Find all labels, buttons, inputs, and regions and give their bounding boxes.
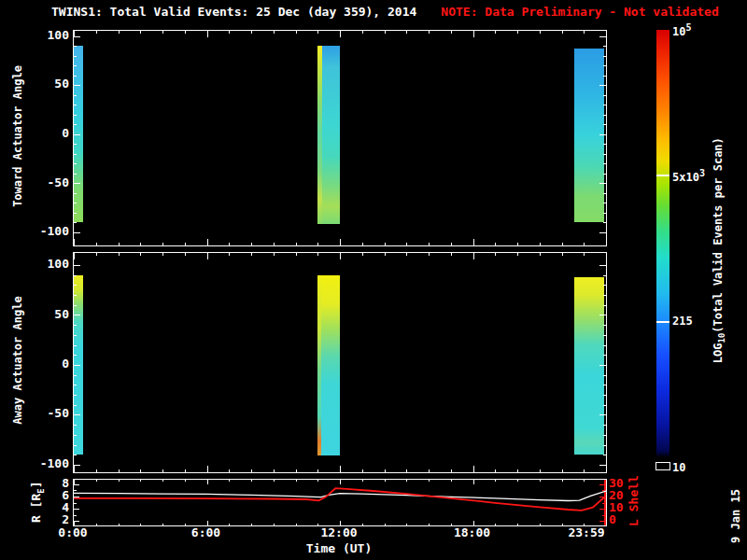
tick-mark	[74, 163, 77, 164]
tick-mark	[317, 243, 318, 245]
l-shell-tick-label: 0	[609, 513, 641, 526]
colorbar-tick-mark	[656, 175, 669, 176]
tick-mark	[274, 243, 275, 245]
tick-mark	[362, 469, 363, 472]
away-y-axis-label: Away Actuator Angle	[11, 267, 24, 454]
spectrogram-band	[317, 46, 340, 223]
colorbar	[656, 30, 669, 469]
y-tick-label: 50	[28, 308, 69, 321]
tick-mark	[603, 375, 606, 376]
tick-mark	[74, 315, 80, 315]
tick-mark	[599, 465, 606, 466]
tick-mark	[495, 469, 496, 472]
tick-mark	[562, 243, 563, 245]
tick-mark	[74, 275, 77, 276]
tick-mark	[274, 469, 275, 472]
tick-mark	[296, 243, 297, 245]
colorbar-tick-label: 105	[672, 22, 691, 38]
tick-mark	[562, 253, 563, 256]
tick-mark	[74, 144, 77, 145]
tick-mark	[451, 253, 452, 256]
tick-mark	[517, 253, 518, 256]
tick-mark	[385, 469, 386, 472]
tick-mark	[603, 115, 606, 116]
band-column	[574, 277, 604, 455]
tick-mark	[429, 243, 430, 245]
tick-mark	[74, 395, 77, 396]
tick-mark	[603, 154, 606, 155]
tick-mark	[74, 435, 77, 436]
tick-mark	[603, 345, 606, 346]
tick-mark	[429, 469, 430, 472]
tick-mark	[74, 124, 77, 125]
tick-mark	[317, 31, 318, 34]
tick-mark	[207, 253, 208, 259]
spectrogram-band	[317, 275, 340, 456]
tick-mark	[74, 355, 77, 356]
tick-mark	[296, 469, 297, 472]
orbit-line-panel	[73, 479, 607, 526]
tick-mark	[74, 36, 80, 37]
tick-mark	[229, 243, 230, 245]
tick-mark	[385, 253, 386, 256]
tick-mark	[296, 31, 297, 34]
orbit-lines-svg	[74, 480, 606, 525]
tick-mark	[362, 243, 363, 245]
tick-mark	[451, 31, 452, 34]
tick-mark	[274, 253, 275, 256]
tick-mark	[74, 385, 77, 385]
tick-mark	[251, 469, 252, 472]
tick-mark	[473, 466, 474, 472]
tick-mark	[340, 31, 341, 37]
away-spectrogram-panel	[73, 252, 607, 473]
tick-mark	[119, 31, 120, 34]
tick-mark	[162, 243, 163, 245]
tick-mark	[606, 31, 607, 37]
tick-mark	[540, 243, 541, 245]
tick-mark	[74, 345, 77, 346]
tick-mark	[74, 193, 77, 194]
tick-mark	[406, 243, 407, 245]
tick-mark	[251, 31, 252, 34]
tick-mark	[162, 31, 163, 34]
tick-mark	[274, 31, 275, 34]
y-tick-label: -100	[28, 457, 69, 470]
spectrogram-band	[574, 49, 604, 223]
colorbar-tick-label: 5x103	[672, 168, 705, 184]
tick-mark	[340, 466, 341, 472]
y-tick-label: 50	[28, 77, 69, 91]
tick-mark	[603, 295, 606, 296]
tick-mark	[74, 305, 77, 306]
tick-mark	[385, 31, 386, 34]
x-tick-label: 18:00	[440, 526, 505, 539]
tick-mark	[606, 480, 607, 484]
tick-mark	[74, 375, 77, 376]
r-tick-label: 2	[28, 513, 69, 526]
tick-mark	[74, 335, 77, 336]
tick-mark	[74, 174, 77, 175]
tick-mark	[584, 253, 585, 256]
toward-spectrogram-panel	[73, 30, 607, 246]
tick-mark	[185, 31, 186, 34]
tick-mark	[74, 203, 77, 203]
tick-mark	[362, 31, 363, 34]
tick-mark	[74, 414, 80, 415]
tick-mark	[207, 239, 208, 245]
tick-mark	[185, 469, 186, 472]
tick-mark	[606, 253, 607, 259]
tick-mark	[603, 275, 606, 276]
title-row: TWINS1: Total Valid Events: 25 Dec (day …	[51, 5, 719, 19]
tick-mark	[74, 405, 77, 406]
tick-mark	[74, 76, 77, 77]
plot-canvas: TWINS1: Total Valid Events: 25 Dec (day …	[0, 0, 747, 560]
tick-mark	[603, 405, 606, 406]
tick-mark	[451, 469, 452, 472]
y-tick-label: -50	[28, 407, 69, 420]
tick-mark	[74, 154, 77, 155]
tick-mark	[603, 46, 606, 47]
tick-mark	[599, 85, 606, 86]
tick-mark	[603, 385, 606, 385]
tick-mark	[207, 466, 208, 472]
tick-mark	[140, 31, 141, 34]
tick-mark	[74, 239, 75, 245]
